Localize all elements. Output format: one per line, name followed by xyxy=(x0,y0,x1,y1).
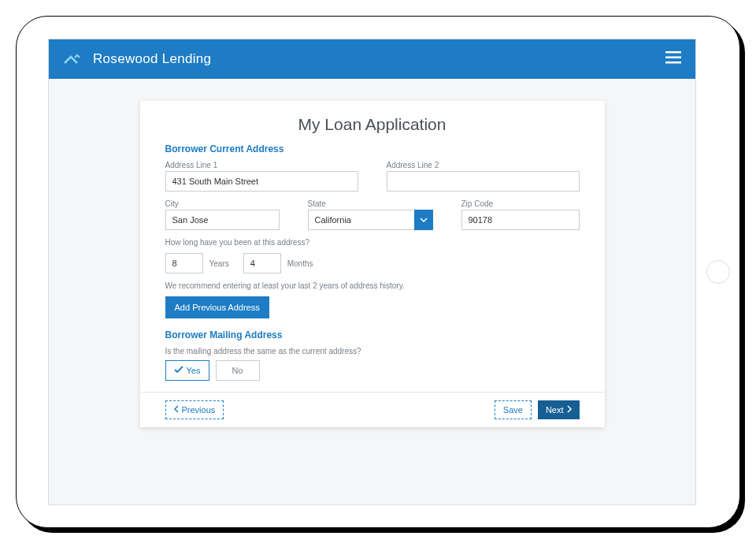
history-hint: We recommend entering at least your last… xyxy=(165,281,580,290)
page-title: My Loan Application xyxy=(165,115,580,134)
address2-label: Address Line 2 xyxy=(387,161,580,169)
topbar: Rosewood Lending xyxy=(49,39,695,79)
mailing-question: Is the mailing address the same as the c… xyxy=(165,347,580,355)
address2-input[interactable] xyxy=(387,171,580,192)
check-icon xyxy=(174,366,183,375)
add-previous-address-button[interactable]: Add Previous Address xyxy=(165,296,269,318)
next-button[interactable]: Next xyxy=(538,400,580,419)
address1-label: Address Line 1 xyxy=(165,161,358,169)
tablet-home-button[interactable] xyxy=(706,260,730,284)
years-input[interactable] xyxy=(165,253,203,274)
svg-rect-1 xyxy=(665,57,681,59)
zip-input[interactable] xyxy=(461,210,580,230)
chevron-right-icon xyxy=(567,405,572,415)
next-label: Next xyxy=(546,405,564,415)
city-label: City xyxy=(165,199,280,208)
years-label: Years xyxy=(209,259,229,268)
state-label: State xyxy=(308,199,433,208)
svg-rect-2 xyxy=(665,61,681,64)
tablet-frame: Rosewood Lending My Loan Application Bor… xyxy=(16,16,740,528)
address1-input[interactable] xyxy=(165,171,358,192)
chevron-left-icon xyxy=(174,405,179,415)
mailing-yes-button[interactable]: Yes xyxy=(165,360,209,381)
app-screen: Rosewood Lending My Loan Application Bor… xyxy=(48,39,696,505)
previous-label: Previous xyxy=(182,405,216,415)
brand-title: Rosewood Lending xyxy=(93,51,211,67)
brand: Rosewood Lending xyxy=(63,51,211,67)
duration-question: How long have you been at this address? xyxy=(165,238,580,247)
chevron-down-icon[interactable] xyxy=(414,210,433,230)
months-input[interactable] xyxy=(243,253,281,274)
svg-rect-0 xyxy=(665,51,681,54)
brand-logo-icon xyxy=(63,52,83,66)
save-button[interactable]: Save xyxy=(495,400,532,419)
months-label: Months xyxy=(287,259,313,268)
card-footer: Previous Save Next xyxy=(140,392,605,427)
mailing-yes-label: Yes xyxy=(187,366,201,375)
mailing-no-button[interactable]: No xyxy=(216,360,260,381)
city-input[interactable] xyxy=(165,210,280,230)
mailing-no-label: No xyxy=(232,366,243,375)
menu-icon[interactable] xyxy=(665,51,681,67)
section-mailing-title: Borrower Mailing Address xyxy=(165,329,580,340)
form-card: My Loan Application Borrower Current Add… xyxy=(140,101,605,427)
zip-label: Zip Code xyxy=(461,199,580,208)
section-current-title: Borrower Current Address xyxy=(165,143,580,154)
previous-button[interactable]: Previous xyxy=(165,400,224,419)
